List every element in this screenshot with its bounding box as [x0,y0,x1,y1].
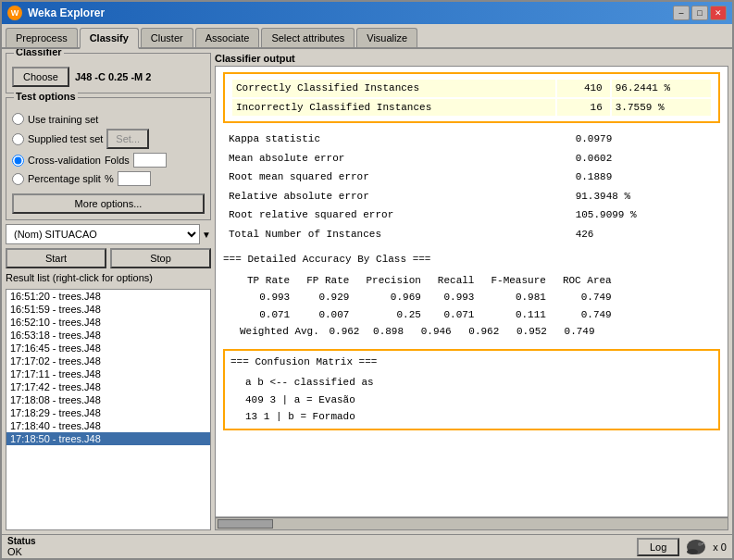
status-label: Status [7,536,36,546]
more-options-button[interactable]: More options... [12,193,205,214]
folds-input[interactable]: 10 [133,153,167,168]
incorrectly-classified-row: Incorrectly Classified Instances 16 3.75… [232,99,711,117]
confusion-matrix-title: === Confusion Matrix === [230,355,713,370]
status-bar: Status OK Log x 0 [2,534,732,558]
weighted-avg-row: Weighted Avg. 0.962 0.898 0.946 0.962 0.… [240,324,619,340]
app-icon: W [7,6,22,20]
pct-symbol: % [105,173,114,184]
start-button[interactable]: Start [6,248,106,268]
rae-label: Relative absolute error [225,188,566,205]
wavg-tp: 0.962 [329,326,359,337]
acc-rec1: 0.993 [430,290,482,305]
acc-fp2: 0.007 [299,307,356,323]
wavg-rec: 0.962 [461,326,506,337]
acc-rec2: 0.071 [430,307,482,323]
use-training-set-radio[interactable] [12,113,24,125]
cross-validation-row: Cross-validation Folds 10 [12,153,205,168]
confusion-classified-as: a b <-- classified as [245,375,713,391]
maximize-button[interactable]: □ [691,6,708,20]
right-panel: Classifier output Correctly Classified I… [215,53,728,530]
tab-associate[interactable]: Associate [195,28,260,47]
log-button[interactable]: Log [637,538,679,556]
list-item[interactable]: 17:18:08 - trees.J48 [6,393,210,406]
status-right: Log x 0 [637,538,727,556]
stop-button[interactable]: Stop [110,248,211,268]
output-area[interactable]: Correctly Classified Instances 410 96.24… [215,66,728,517]
confusion-matrix-box: === Confusion Matrix === a b <-- classif… [223,349,720,430]
list-item[interactable]: 16:53:18 - trees.J48 [6,329,210,342]
detailed-accuracy-title: === Detailed Accuracy By Class === [223,252,720,268]
left-panel: Classifier Choose J48 -C 0.25 -M 2 Test … [6,53,211,530]
percentage-split-row: Percentage split % 66 [12,171,205,186]
wavg-roc: 0.749 [557,326,603,337]
folds-label: Folds [105,155,130,166]
acc-pre1: 0.969 [358,290,428,305]
acc-roc1: 0.749 [555,290,619,305]
correctly-classified-label: Correctly Classified Instances [232,80,555,97]
title-bar: W Weka Explorer – □ ✕ [2,2,732,24]
incorrectly-classified-pct: 3.7559 % [612,99,711,117]
classifier-row: Choose J48 -C 0.25 -M 2 [12,67,205,87]
tab-cluster[interactable]: Cluster [141,28,193,47]
acc-tp2: 0.071 [240,307,297,323]
status-value: OK [7,546,36,557]
count-badge: x 0 [713,541,727,553]
tab-classify[interactable]: Classify [80,28,139,49]
cross-validation-radio[interactable] [12,155,24,167]
acc-fm1: 0.981 [483,290,553,305]
supplied-test-set-radio[interactable] [12,133,24,145]
rrse-value: 105.9099 % [568,206,718,224]
incorrectly-classified-value: 16 [557,99,610,117]
list-item[interactable]: 17:16:45 - trees.J48 [6,342,210,355]
horizontal-scrollbar[interactable] [215,517,728,530]
tab-bar: Preprocess Classify Cluster Associate Se… [2,24,732,49]
tab-select-attributes[interactable]: Select attributes [261,28,355,47]
scrollbar-thumb[interactable] [218,519,273,529]
tp-rate-header: TP Rate [240,273,297,289]
svg-point-3 [687,549,698,554]
wavg-fm: 0.952 [513,326,551,337]
classification-summary-box: Correctly Classified Instances 410 96.24… [223,72,720,123]
supplied-test-set-label: Supplied test set [28,133,103,144]
list-item[interactable]: 17:18:40 - trees.J48 [6,419,210,432]
list-item[interactable]: 16:52:10 - trees.J48 [6,316,210,329]
tab-preprocess[interactable]: Preprocess [6,28,78,47]
window-controls: – □ ✕ [673,6,727,20]
window-title: Weka Explorer [28,6,105,19]
fp-rate-header: FP Rate [299,273,356,289]
cross-validation-label: Cross-validation [28,155,101,166]
nom-select[interactable]: (Nom) SITUACAO [6,224,200,244]
status-left: Status OK [7,536,36,557]
minimize-button[interactable]: – [673,6,690,20]
roc-area-header: ROC Area [555,273,619,289]
list-item[interactable]: 17:17:02 - trees.J48 [6,355,210,367]
classifier-group-title: Classifier [14,49,64,57]
svg-point-1 [698,542,702,546]
set-button[interactable]: Set... [106,129,149,149]
output-label: Classifier output [215,53,728,64]
accuracy-row-1: 0.993 0.929 0.969 0.993 0.981 0.749 [240,290,619,305]
weka-bird-icon [685,538,707,556]
confusion-row1: 409 3 | a = Evasão [245,392,713,408]
rae-row: Relative absolute error 91.3948 % [225,188,718,205]
list-item[interactable]: 17:17:11 - trees.J48 [6,367,210,380]
close-button[interactable]: ✕ [710,6,727,20]
percentage-split-radio[interactable] [12,173,24,185]
choose-button[interactable]: Choose [12,67,69,87]
weighted-avg-label: Weighted Avg. [240,326,319,337]
list-item[interactable]: 16:51:20 - trees.J48 [6,290,210,303]
classifier-group: Classifier Choose J48 -C 0.25 -M 2 [6,53,211,93]
rmse-row: Root mean squared error 0.1889 [225,168,718,186]
rrse-label: Root relative squared error [225,206,566,224]
pct-input[interactable]: 66 [118,171,151,186]
list-item[interactable]: 16:51:59 - trees.J48 [6,303,210,316]
result-list[interactable]: 16:51:20 - trees.J48 16:51:59 - trees.J4… [6,289,211,530]
list-item[interactable]: 17:17:42 - trees.J48 [6,380,210,393]
total-instances-label: Total Number of Instances [225,226,566,243]
list-item[interactable]: 17:18:29 - trees.J48 [6,406,210,419]
list-item-selected[interactable]: 17:18:50 - trees.J48 [6,432,210,445]
tab-visualize[interactable]: Visualize [356,28,417,47]
f-measure-header: F-Measure [483,273,553,289]
mae-label: Mean absolute error [225,150,566,168]
mae-value: 0.0602 [568,150,718,168]
